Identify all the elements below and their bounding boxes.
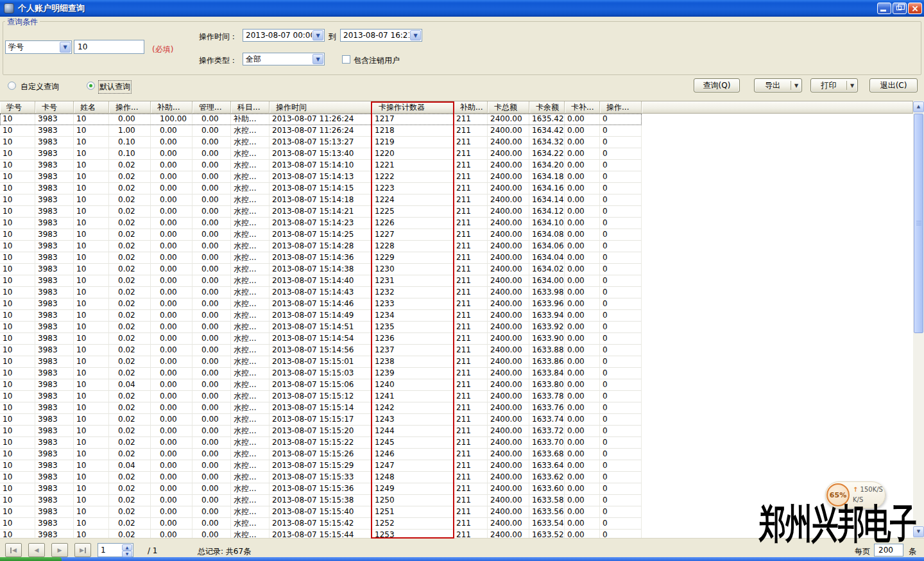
- table-row[interactable]: 103983100.020.000.00水控...2013-08-07 15:1…: [0, 506, 642, 518]
- table-row[interactable]: 103983100.020.000.00水控...2013-08-07 15:1…: [0, 194, 642, 206]
- page-number-input[interactable]: 1 ▲ ▼: [98, 543, 133, 557]
- table-row[interactable]: 103983100.020.000.00水控...2013-08-07 15:1…: [0, 241, 642, 252]
- custom-query-radio[interactable]: [8, 82, 16, 90]
- column-header-13[interactable]: 操作...: [600, 101, 642, 114]
- table-row[interactable]: 103983100.020.000.00水控...2013-08-07 15:1…: [0, 391, 642, 402]
- column-header-0[interactable]: 学号: [0, 101, 35, 114]
- column-header-1[interactable]: 卡号: [35, 101, 74, 114]
- chevron-down-icon[interactable]: ▼: [312, 30, 323, 40]
- restore-button[interactable]: [893, 3, 907, 14]
- time-from-picker[interactable]: 2013-08-07 00:00 ▼: [243, 29, 325, 42]
- cell: 211: [454, 437, 488, 449]
- column-header-5[interactable]: 管理...: [193, 101, 231, 114]
- vertical-scrollbar[interactable]: ▲ ▼: [913, 101, 924, 538]
- last-page-button[interactable]: ▶: [74, 543, 91, 557]
- minimize-button[interactable]: [877, 3, 891, 14]
- table-row[interactable]: 103983100.020.000.00水控...2013-08-07 15:1…: [0, 322, 642, 333]
- table-row[interactable]: 103983100.040.000.00水控...2013-08-07 15:1…: [0, 379, 642, 391]
- table-row[interactable]: 103983100.040.000.00水控...2013-08-07 15:1…: [0, 460, 642, 472]
- table-row[interactable]: 103983100.020.000.00水控...2013-08-07 15:1…: [0, 518, 642, 530]
- table-row[interactable]: 103983100.020.000.00水控...2013-08-07 15:1…: [0, 218, 642, 229]
- table-row[interactable]: 103983100.020.000.00水控...2013-08-07 15:1…: [0, 530, 642, 539]
- exit-button[interactable]: 退出(C): [869, 78, 918, 92]
- cell: 0.02: [109, 449, 151, 460]
- percent-badge[interactable]: 65%: [826, 483, 850, 506]
- scroll-down-icon[interactable]: ▼: [913, 526, 924, 537]
- close-button[interactable]: ×: [908, 3, 922, 14]
- table-row[interactable]: 103983100.020.000.00水控...2013-08-07 15:1…: [0, 310, 642, 322]
- table-row[interactable]: 103983100.020.000.00水控...2013-08-07 15:1…: [0, 368, 642, 379]
- cell: 211: [454, 194, 488, 206]
- table-row[interactable]: 103983100.020.000.00水控...2013-08-07 15:1…: [0, 472, 642, 483]
- cell: 0.00: [193, 287, 231, 298]
- column-header-3[interactable]: 操作...: [109, 101, 151, 114]
- column-header-12[interactable]: 卡补...: [565, 101, 600, 114]
- next-page-button[interactable]: ▶: [51, 543, 68, 557]
- field-type-combobox[interactable]: 学号 ▼: [5, 40, 72, 54]
- spin-down-icon[interactable]: ▼: [122, 551, 132, 557]
- default-query-radio[interactable]: [87, 82, 95, 90]
- field-value-input[interactable]: 10: [74, 40, 144, 54]
- per-page-input[interactable]: 200: [874, 544, 903, 557]
- column-header-8[interactable]: 卡操作计数器: [372, 101, 454, 114]
- default-query-label[interactable]: 默认查询: [99, 82, 130, 92]
- table-row[interactable]: 103983100.020.000.00水控...2013-08-07 15:1…: [0, 483, 642, 495]
- scroll-up-icon[interactable]: ▲: [913, 101, 924, 112]
- table-row[interactable]: 103983100.020.000.00水控...2013-08-07 15:1…: [0, 287, 642, 298]
- cell: 211: [454, 345, 488, 356]
- table-row[interactable]: 103983100.020.000.00水控...2013-08-07 15:1…: [0, 345, 642, 356]
- column-header-11[interactable]: 卡余额: [529, 101, 565, 114]
- first-page-button[interactable]: ◀: [5, 543, 22, 557]
- table-row[interactable]: 103983100.100.000.00水控...2013-08-07 15:1…: [0, 137, 642, 148]
- include-cancelled-checkbox[interactable]: [342, 55, 350, 64]
- query-button[interactable]: 查询(Q): [694, 78, 740, 92]
- table-row[interactable]: 103983100.020.000.00水控...2013-08-07 15:1…: [0, 275, 642, 287]
- chevron-down-icon[interactable]: ▼: [312, 54, 323, 64]
- column-header-7[interactable]: 操作时间: [270, 101, 372, 114]
- table-row[interactable]: 103983100.020.000.00水控...2013-08-07 15:1…: [0, 402, 642, 414]
- table-row[interactable]: 103983100.020.000.00水控...2013-08-07 15:1…: [0, 414, 642, 426]
- column-header-2[interactable]: 姓名: [74, 101, 109, 114]
- chevron-down-icon[interactable]: ▼: [791, 83, 801, 89]
- table-row[interactable]: 103983100.020.000.00水控...2013-08-07 15:1…: [0, 449, 642, 460]
- time-to-picker[interactable]: 2013-08-07 16:21 ▼: [340, 29, 422, 42]
- column-header-10[interactable]: 卡总额: [488, 101, 529, 114]
- start-button-edge[interactable]: [0, 557, 62, 561]
- chevron-down-icon[interactable]: ▼: [847, 83, 857, 89]
- table-row[interactable]: 103983100.100.000.00水控...2013-08-07 15:1…: [0, 148, 642, 160]
- table-row[interactable]: 103983100.020.000.00水控...2013-08-07 15:1…: [0, 333, 642, 345]
- table-row[interactable]: 103983100.020.000.00水控...2013-08-07 15:1…: [0, 298, 642, 310]
- table-row[interactable]: 103983100.020.000.00水控...2013-08-07 15:1…: [0, 356, 642, 368]
- table-row[interactable]: 103983100.020.000.00水控...2013-08-07 15:1…: [0, 229, 642, 241]
- cell: 2013-08-07 15:14:49: [270, 310, 372, 322]
- table-row[interactable]: 103983100.020.000.00水控...2013-08-07 15:1…: [0, 171, 642, 183]
- table-row[interactable]: 103983100.020.000.00水控...2013-08-07 15:1…: [0, 252, 642, 264]
- table-row[interactable]: 103983100.020.000.00水控...2013-08-07 15:1…: [0, 426, 642, 437]
- chevron-down-icon[interactable]: ▼: [60, 42, 71, 53]
- custom-query-label[interactable]: 自定义查询: [21, 82, 59, 92]
- column-header-6[interactable]: 科目...: [231, 101, 270, 114]
- cell: 水控...: [231, 218, 270, 229]
- scrollbar-thumb[interactable]: [914, 114, 923, 333]
- table-row[interactable]: 103983100.020.000.00水控...2013-08-07 15:1…: [0, 183, 642, 194]
- table-row[interactable]: 103983100.020.000.00水控...2013-08-07 15:1…: [0, 437, 642, 449]
- taskbar-edge[interactable]: [0, 557, 924, 561]
- table-row[interactable]: 103983100.020.000.00水控...2013-08-07 15:1…: [0, 495, 642, 506]
- table-row[interactable]: 103983100.020.000.00水控...2013-08-07 15:1…: [0, 160, 642, 171]
- cell: 1253: [372, 530, 454, 539]
- cell: 1244: [372, 426, 454, 437]
- print-button[interactable]: 打印 ▼: [810, 78, 858, 92]
- op-type-combobox[interactable]: 全部 ▼: [243, 53, 325, 65]
- table-row[interactable]: 103983100.020.000.00水控...2013-08-07 15:1…: [0, 206, 642, 218]
- speed-overlay-badge[interactable]: 65% ↑ 150K/S K/S: [825, 481, 886, 508]
- cell: 0.00: [151, 241, 193, 252]
- column-header-4[interactable]: 补助...: [151, 101, 193, 114]
- table-row[interactable]: 103983100.020.000.00水控...2013-08-07 15:1…: [0, 264, 642, 275]
- chevron-down-icon[interactable]: ▼: [410, 30, 421, 40]
- table-row[interactable]: 103983100.00100.000.00补助...2013-08-07 11…: [0, 114, 642, 125]
- table-row[interactable]: 103983101.000.000.00水控...2013-08-07 11:2…: [0, 125, 642, 137]
- spin-up-icon[interactable]: ▲: [122, 544, 132, 551]
- column-header-9[interactable]: 补助...: [454, 101, 488, 114]
- prev-page-button[interactable]: ◀: [28, 543, 45, 557]
- export-button[interactable]: 导出 ▼: [754, 78, 802, 92]
